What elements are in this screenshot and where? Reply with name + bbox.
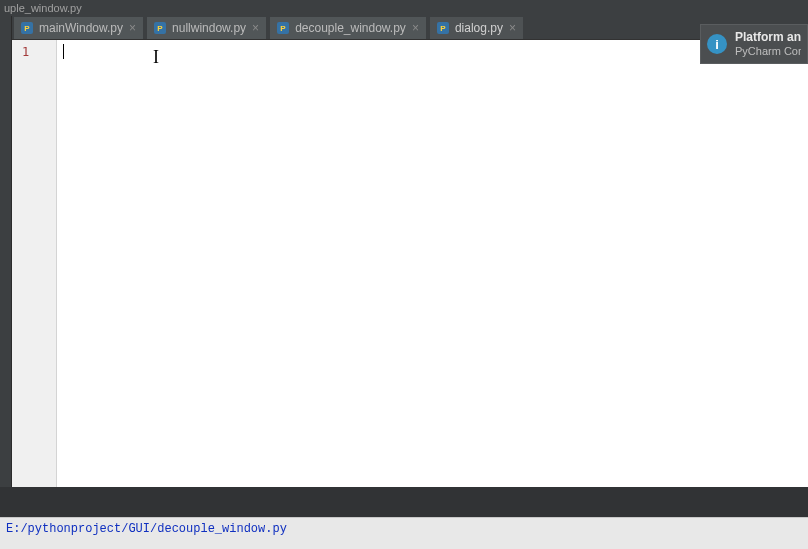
line-number: 1 <box>22 44 56 61</box>
python-file-icon: P <box>436 21 450 35</box>
tab-dialog[interactable]: P dialog.py × <box>430 17 523 39</box>
status-bar: E:/pythonproject/GUI/decouple_window.py <box>0 517 808 549</box>
python-file-icon: P <box>20 21 34 35</box>
close-icon[interactable]: × <box>128 22 137 34</box>
close-icon[interactable]: × <box>508 22 517 34</box>
svg-text:P: P <box>24 24 30 33</box>
tab-mainwindow[interactable]: P mainWindow.py × <box>14 17 143 39</box>
tab-decouple-window[interactable]: P decouple_window.py × <box>270 17 426 39</box>
editor-content[interactable]: I <box>57 40 808 487</box>
tab-nullwindow[interactable]: P nullwindow.py × <box>147 17 266 39</box>
tab-label: dialog.py <box>455 21 503 35</box>
bottom-tool-panel[interactable] <box>0 487 808 517</box>
tab-bar: P mainWindow.py × P nullwindow.py × P de… <box>12 16 808 40</box>
left-tool-strip[interactable] <box>0 16 12 487</box>
close-icon[interactable]: × <box>411 22 420 34</box>
tab-label: nullwindow.py <box>172 21 246 35</box>
breadcrumb[interactable]: uple_window.py <box>0 0 808 16</box>
text-caret <box>63 44 64 59</box>
breadcrumb-text: uple_window.py <box>4 1 82 15</box>
info-icon: i <box>707 34 727 54</box>
line-gutter[interactable]: 1 <box>12 40 57 487</box>
notification-popup[interactable]: i Platform and PyCharm Com <box>700 24 808 64</box>
svg-text:P: P <box>440 24 446 33</box>
ibeam-cursor: I <box>153 47 159 68</box>
close-icon[interactable]: × <box>251 22 260 34</box>
svg-text:P: P <box>280 24 286 33</box>
python-file-icon: P <box>153 21 167 35</box>
notification-title: Platform and <box>735 30 801 44</box>
tab-label: mainWindow.py <box>39 21 123 35</box>
python-file-icon: P <box>276 21 290 35</box>
editor[interactable]: 1 I <box>12 40 808 487</box>
tab-label: decouple_window.py <box>295 21 406 35</box>
notification-text: Platform and PyCharm Com <box>735 30 801 58</box>
status-path: E:/pythonproject/GUI/decouple_window.py <box>6 522 287 536</box>
notification-subtitle: PyCharm Com <box>735 45 801 58</box>
svg-text:P: P <box>157 24 163 33</box>
